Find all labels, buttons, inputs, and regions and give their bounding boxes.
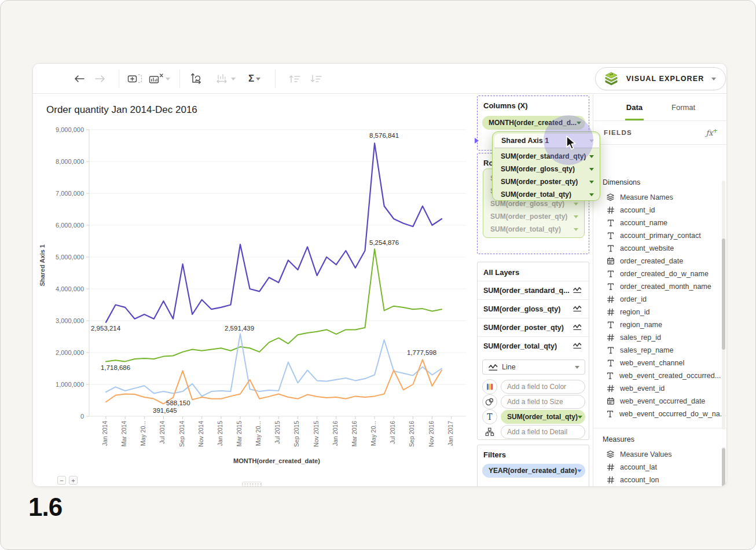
- measure-item[interactable]: account_lat: [601, 461, 717, 474]
- swap-axes-icon: [189, 72, 202, 85]
- hash-icon: [606, 463, 615, 471]
- drag-panel-pill[interactable]: SUM(order_poster_qty): [495, 175, 599, 188]
- fields-header-label: FIELDS: [604, 129, 632, 136]
- data-label: 2,953,214: [91, 325, 120, 332]
- measure-item[interactable]: account_lon: [601, 474, 717, 486]
- rows-group-pill[interactable]: SUM(order_poster_qty): [486, 210, 583, 223]
- dimension-item-label: sales_rep_id: [620, 333, 661, 342]
- text-icon: [606, 244, 615, 252]
- sort-ascending-button[interactable]: [288, 71, 302, 87]
- dimension-item[interactable]: sales_rep_name: [601, 344, 717, 357]
- visual-explorer-label: VISUAL EXPLORER: [625, 75, 706, 83]
- x-tick-label: Jul 2015: [274, 421, 281, 444]
- calendar-icon: [606, 257, 615, 265]
- data-label: 1,718,686: [101, 364, 130, 371]
- size-encoding-row: Add a field to Size: [482, 394, 585, 409]
- dimension-item-label: Measure Names: [620, 193, 673, 201]
- add-visualization-button[interactable]: [127, 71, 142, 87]
- sort-descending-button[interactable]: [309, 71, 323, 87]
- dimension-item[interactable]: web_event_occurred_do_w_na...: [601, 408, 717, 420]
- layer-row[interactable]: SUM(order_gloss_qty): [478, 299, 589, 318]
- rows-group-pill[interactable]: SUM(order_total_qty): [486, 223, 583, 236]
- color-field-well[interactable]: Add a field to Color: [501, 380, 585, 394]
- dimension-item-label: sales_rep_name: [620, 346, 673, 354]
- line-mark-icon: [572, 342, 582, 351]
- columns-pill[interactable]: MONTH(order_created_d...: [482, 116, 585, 130]
- text-icon: [606, 359, 615, 367]
- aggregate-button[interactable]: Σ: [248, 71, 260, 87]
- remove-visualization-button[interactable]: [149, 71, 170, 87]
- tab-data[interactable]: Data: [625, 103, 644, 120]
- series-line-SUM(order_poster_qty)[interactable]: [106, 360, 442, 404]
- back-button[interactable]: [74, 71, 85, 87]
- dimension-item[interactable]: order_created_month_name: [601, 280, 717, 293]
- all-layers-panel: All Layers SUM(order_standard_q...SUM(or…: [477, 262, 589, 440]
- dropdown-caret-icon: [711, 78, 716, 80]
- dimension-item[interactable]: Measure Names: [601, 191, 717, 204]
- dimensions-scrollbar-thumb[interactable]: [722, 239, 725, 350]
- mark-type-select[interactable]: Line: [482, 360, 585, 375]
- measure-item[interactable]: Measure Values: [601, 448, 717, 461]
- dimension-item[interactable]: account_id: [601, 204, 717, 217]
- shared-axis-drag-panel[interactable]: Shared Axis 1 SUM(order_standard_qty)SUM…: [492, 131, 600, 201]
- add-calculated-field-button[interactable]: ƒx+: [706, 127, 718, 137]
- rows-group-pill-label: SUM(order_gloss_qty): [490, 200, 564, 208]
- detail-field-well[interactable]: Add a field to Detail: [501, 425, 585, 439]
- text-field-well[interactable]: SUM(order_total_qty): [501, 410, 585, 424]
- visual-explorer-button[interactable]: VISUAL EXPLORER: [595, 67, 726, 90]
- dimension-item[interactable]: web_event_id: [601, 382, 717, 395]
- dimension-item[interactable]: order_created_date: [601, 255, 717, 267]
- drag-panel-pill[interactable]: SUM(order_total_qty): [495, 188, 599, 201]
- panel-resize-handle[interactable]: [242, 482, 262, 487]
- dimension-item-label: account_website: [620, 244, 674, 252]
- dimension-item[interactable]: region_id: [601, 306, 717, 318]
- dimension-item[interactable]: web_event_occurred_date: [601, 395, 717, 408]
- dimension-item[interactable]: region_name: [601, 318, 717, 331]
- filter-pill[interactable]: YEAR(order_created_date): [482, 464, 585, 478]
- shared-axis-header-label: Shared Axis 1: [501, 137, 549, 145]
- series-line-SUM(order_standard_qty)[interactable]: [106, 249, 442, 362]
- data-sidebar: DataFormat FIELDS ƒx+ Dimensions Measure…: [593, 94, 727, 487]
- dimension-item[interactable]: web_event_created_occurred...: [601, 369, 717, 382]
- measure-item[interactable]: order_created_day: [601, 486, 717, 487]
- layer-row[interactable]: SUM(order_total_qty): [478, 336, 589, 355]
- dimension-item-label: web_event_occurred_date: [620, 397, 705, 405]
- dropdown-caret-icon: [577, 122, 581, 124]
- dropdown-caret-icon: [575, 366, 579, 369]
- x-tick-label: Jan 2016: [332, 421, 339, 446]
- sidebar-tabs: DataFormat: [593, 94, 727, 121]
- forward-button[interactable]: [94, 71, 106, 87]
- series-line-SUM(order_gloss_qty)[interactable]: [106, 334, 442, 397]
- tab-format[interactable]: Format: [670, 103, 696, 120]
- dimension-item[interactable]: order_created_do_w_name: [601, 267, 717, 280]
- dropdown-caret-icon: [589, 168, 594, 171]
- measure-values-icon: [606, 450, 615, 459]
- swap-axes-button[interactable]: [189, 71, 202, 87]
- chart-plot[interactable]: [33, 94, 473, 487]
- dimension-item[interactable]: account_website: [601, 242, 717, 255]
- zoom-in-button[interactable]: +: [69, 476, 78, 485]
- zoom-out-button[interactable]: −: [57, 476, 66, 485]
- x-tick-label: Sep 2016: [408, 421, 415, 447]
- dimension-item[interactable]: web_event_channel: [601, 357, 717, 369]
- series-line-SUM(order_total_qty)[interactable]: [106, 143, 442, 322]
- size-field-well[interactable]: Add a field to Size: [501, 395, 585, 409]
- measures-scrollbar-thumb[interactable]: [722, 448, 725, 487]
- remove-visualization-icon: [149, 73, 164, 85]
- dimension-item[interactable]: order_id: [601, 293, 717, 306]
- dimension-item-label: region_id: [620, 308, 649, 316]
- drag-panel-pill[interactable]: SUM(order_gloss_qty): [495, 163, 599, 175]
- dimension-item[interactable]: sales_rep_id: [601, 331, 717, 344]
- layer-row[interactable]: SUM(order_poster_qty): [478, 318, 589, 336]
- layer-row[interactable]: SUM(order_standard_q...: [478, 281, 589, 299]
- dropdown-caret-icon: [256, 78, 260, 80]
- x-tick-label: Jan 2014: [101, 421, 108, 446]
- dimension-item[interactable]: account_primary_contact: [601, 229, 717, 242]
- all-layers-title: All Layers: [483, 268, 519, 277]
- dimension-item[interactable]: account_name: [601, 217, 717, 229]
- drag-panel-pill[interactable]: SUM(order_standard_qty): [495, 150, 599, 163]
- shared-axis-header[interactable]: Shared Axis 1: [494, 134, 599, 148]
- text-icon: [606, 270, 615, 278]
- fit-width-button[interactable]: [215, 71, 236, 87]
- filter-pill-label: YEAR(order_created_date): [489, 467, 577, 475]
